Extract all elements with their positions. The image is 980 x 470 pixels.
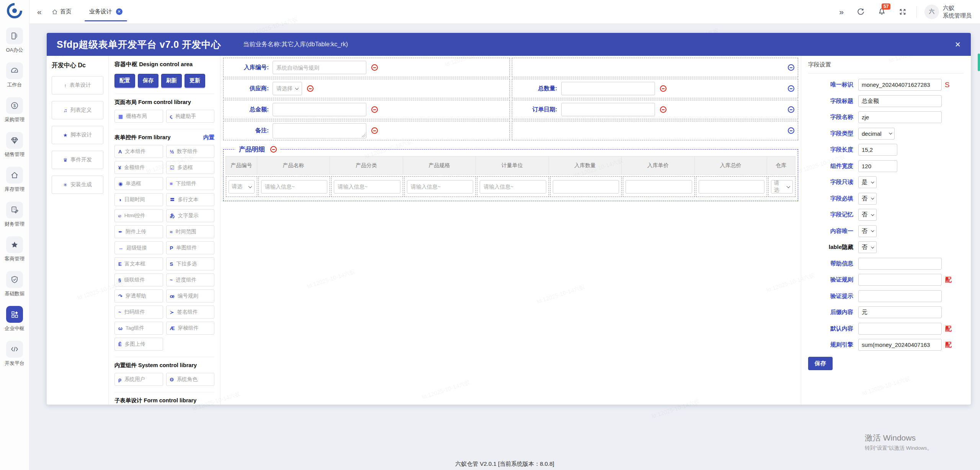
sidebar-item-devplatform[interactable]: 开发平台 [5, 341, 24, 367]
supplier-select[interactable]: 请选择 [273, 82, 302, 95]
configure-engine-link[interactable]: 配 [945, 340, 952, 349]
remove-field-icon[interactable] [660, 85, 666, 92]
sidebar-item-customer[interactable]: 客商管理 [5, 236, 24, 262]
sidebar-item-oa[interactable]: OA办公 [6, 28, 23, 54]
remove-field-icon[interactable] [371, 106, 378, 113]
fullscreen-icon[interactable] [899, 8, 906, 16]
unique-content-select[interactable]: 否 [858, 225, 877, 237]
unit-price-input[interactable] [626, 180, 692, 194]
total-qty-input[interactable] [561, 82, 655, 95]
unit-price-cell[interactable] [623, 176, 694, 197]
field-rk-no[interactable]: 入库编号: [223, 58, 510, 77]
grid-layout-component[interactable]: ▦栅格布局 [114, 110, 163, 123]
multi-select-dropdown-component[interactable]: S下拉多选 [166, 257, 215, 270]
numbering-rule-component[interactable]: œ编号规则 [166, 289, 215, 302]
remark-textarea[interactable] [273, 123, 366, 138]
refresh-button[interactable]: 刷新 [161, 74, 182, 88]
user-avatar[interactable]: 六 [924, 5, 939, 19]
sidebar-item-workbench[interactable]: 工作台 [6, 62, 23, 88]
field-type-select[interactable]: decimal [858, 128, 895, 140]
text-component[interactable]: A文本组件 [114, 145, 163, 158]
product-no-select[interactable]: 请选 [229, 180, 255, 194]
install-generate-button[interactable]: ✳ 安装生成 [52, 176, 103, 194]
configure-rule-link[interactable]: 配 [945, 275, 952, 284]
rich-text-component[interactable]: E富文本框 [114, 257, 163, 270]
remove-field-icon[interactable] [660, 106, 666, 113]
field-remark[interactable]: 备注: [223, 121, 510, 140]
resize-handle-icon[interactable] [362, 134, 365, 137]
total-amount-input[interactable] [273, 103, 366, 116]
warehouse-select[interactable]: 请选 [771, 180, 793, 194]
text-display-component[interactable]: あ文字显示 [166, 209, 215, 222]
qty-cell[interactable] [550, 176, 622, 197]
unit-cell[interactable] [477, 176, 549, 197]
update-button[interactable]: 更新 [185, 74, 205, 88]
tab-business-design[interactable]: 业务设计 ✕ [88, 0, 124, 23]
field-length-input[interactable] [858, 144, 897, 156]
label-hidden-select[interactable]: 否 [858, 241, 877, 253]
product-category-cell[interactable] [331, 176, 403, 197]
total-price-cell[interactable] [696, 176, 767, 197]
rule-engine-input[interactable] [858, 339, 942, 351]
remove-cell-icon[interactable] [788, 106, 794, 113]
drill-help-component[interactable]: ↷穿透帮助 [114, 289, 163, 302]
remove-cell-icon[interactable] [788, 85, 794, 92]
sidebar-item-inventory[interactable]: 库存管理 [5, 167, 24, 193]
scan-code-component[interactable]: ~扫码组件 [114, 306, 163, 319]
field-total-qty[interactable]: 总数量: [512, 79, 799, 98]
signature-component[interactable]: ≻签名组件 [166, 306, 215, 319]
field-name-input[interactable] [858, 111, 942, 123]
event-dev-button[interactable]: ♛ 事件开发 [52, 151, 103, 169]
user-name[interactable]: 六蚁 系统管理员 [943, 4, 972, 19]
product-no-cell[interactable]: 请选 [226, 176, 257, 197]
product-name-cell[interactable] [258, 176, 330, 197]
empty-grid-cell[interactable] [512, 58, 799, 77]
radio-component[interactable]: ◉单选框 [114, 177, 163, 190]
multi-image-upload-component[interactable]: Ê多图上传 [114, 338, 163, 351]
required-select[interactable]: 否 [858, 193, 877, 205]
product-category-input[interactable] [334, 180, 400, 194]
transfer-component[interactable]: Æ穿梭组件 [166, 322, 215, 335]
remove-field-icon[interactable] [307, 85, 314, 92]
validate-tip-input[interactable] [858, 290, 942, 302]
help-info-input[interactable] [858, 258, 942, 270]
script-design-button[interactable]: ★ 脚本设计 [52, 126, 103, 144]
checkbox-component[interactable]: ☑多选框 [166, 161, 215, 174]
product-name-input[interactable] [261, 180, 327, 194]
empty-grid-cell[interactable] [512, 121, 799, 140]
scrollbar-thumb[interactable] [978, 54, 980, 71]
sidebar-item-enterprise-hub[interactable]: 企业中枢 [5, 306, 24, 332]
rk-no-input[interactable] [273, 61, 366, 74]
form-design-button[interactable]: ↑ 表单设计 [52, 76, 103, 94]
configure-default-link[interactable]: 配 [945, 324, 952, 333]
field-supplier[interactable]: 供应商: 请选择 [223, 79, 510, 98]
refresh-icon[interactable] [857, 8, 865, 16]
remove-subtable-icon[interactable] [270, 146, 277, 153]
default-content-input[interactable] [858, 323, 942, 335]
close-tab-icon[interactable]: ✕ [116, 8, 122, 15]
datetime-component[interactable]: ◑日期时间 [114, 193, 163, 206]
dropdown-component[interactable]: ≡下拉组件 [166, 177, 215, 190]
warehouse-cell[interactable]: 请选 [768, 176, 795, 197]
tab-home[interactable]: 首页 [52, 0, 72, 23]
validate-rule-input[interactable] [858, 274, 942, 286]
total-price-input[interactable] [699, 180, 764, 194]
html-component[interactable]: ℮Html控件 [114, 209, 163, 222]
product-spec-cell[interactable] [404, 176, 476, 197]
unique-id-input[interactable] [858, 79, 942, 91]
single-image-component[interactable]: P单图组件 [166, 241, 215, 254]
sidebar-item-basedata[interactable]: 基础数据 [5, 271, 24, 297]
modal-close-icon[interactable]: ✕ [955, 40, 961, 49]
remove-cell-icon[interactable] [788, 64, 794, 71]
builtin-link[interactable]: 内置 [203, 134, 214, 141]
cascade-component[interactable]: §级联组件 [114, 273, 163, 286]
unit-input[interactable] [480, 180, 546, 194]
memory-select[interactable]: 否 [858, 209, 877, 221]
field-order-date[interactable]: 订单日期: [512, 100, 799, 119]
sidebar-item-purchase[interactable]: $ 采购管理 [5, 97, 24, 123]
build-assistant-component[interactable]: ς构建助手 [166, 110, 215, 123]
attachment-upload-component[interactable]: ✒附件上传 [114, 225, 163, 238]
product-spec-input[interactable] [407, 180, 473, 194]
time-range-component[interactable]: ≈时间范围 [166, 225, 215, 238]
remove-cell-icon[interactable] [788, 127, 794, 134]
